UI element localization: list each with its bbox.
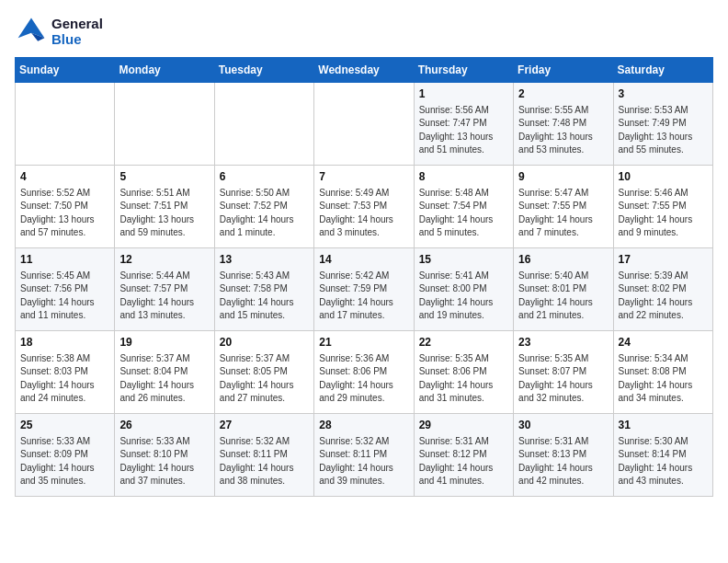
day-number: 13 [220,252,309,268]
page-header: General Blue [15,15,713,48]
calendar-cell: 31Sunrise: 5:30 AM Sunset: 8:14 PM Dayli… [613,414,712,497]
calendar-week-4: 18Sunrise: 5:38 AM Sunset: 8:03 PM Dayli… [16,331,713,414]
calendar-cell [314,83,414,166]
calendar-cell: 17Sunrise: 5:39 AM Sunset: 8:02 PM Dayli… [613,248,712,331]
calendar-cell: 28Sunrise: 5:32 AM Sunset: 8:11 PM Dayli… [314,414,414,497]
day-number: 14 [319,252,408,268]
calendar-cell: 30Sunrise: 5:31 AM Sunset: 8:13 PM Dayli… [514,414,613,497]
calendar-cell: 5Sunrise: 5:51 AM Sunset: 7:51 PM Daylig… [115,166,214,248]
day-number: 7 [319,169,408,185]
weekday-header-monday: Monday [115,58,214,83]
day-info: Sunrise: 5:52 AM Sunset: 7:50 PM Dayligh… [20,187,109,240]
day-number: 25 [20,418,109,433]
calendar-cell: 18Sunrise: 5:38 AM Sunset: 8:03 PM Dayli… [16,331,115,414]
day-info: Sunrise: 5:50 AM Sunset: 7:52 PM Dayligh… [220,187,309,240]
day-info: Sunrise: 5:30 AM Sunset: 8:14 PM Dayligh… [619,435,708,488]
day-number: 10 [619,169,708,185]
calendar-cell: 11Sunrise: 5:45 AM Sunset: 7:56 PM Dayli… [16,248,115,331]
day-number: 16 [518,252,608,268]
day-info: Sunrise: 5:45 AM Sunset: 7:56 PM Dayligh… [20,270,109,323]
calendar-cell: 23Sunrise: 5:35 AM Sunset: 8:07 PM Dayli… [514,331,613,414]
weekday-header-wednesday: Wednesday [314,58,414,83]
day-info: Sunrise: 5:44 AM Sunset: 7:57 PM Dayligh… [119,270,209,323]
calendar-cell: 4Sunrise: 5:52 AM Sunset: 7:50 PM Daylig… [16,166,115,248]
calendar-header-row: SundayMondayTuesdayWednesdayThursdayFrid… [16,58,713,83]
day-number: 31 [619,418,708,433]
day-info: Sunrise: 5:46 AM Sunset: 7:55 PM Dayligh… [619,187,708,240]
day-info: Sunrise: 5:35 AM Sunset: 8:07 PM Dayligh… [518,352,608,406]
day-info: Sunrise: 5:47 AM Sunset: 7:55 PM Dayligh… [518,187,608,240]
calendar-cell: 25Sunrise: 5:33 AM Sunset: 8:09 PM Dayli… [16,414,115,497]
calendar-cell: 1Sunrise: 5:56 AM Sunset: 7:47 PM Daylig… [414,83,513,166]
day-info: Sunrise: 5:53 AM Sunset: 7:49 PM Dayligh… [619,104,708,157]
day-number: 4 [20,169,109,185]
calendar-cell: 26Sunrise: 5:33 AM Sunset: 8:10 PM Dayli… [115,414,214,497]
calendar-cell: 3Sunrise: 5:53 AM Sunset: 7:49 PM Daylig… [613,83,712,166]
day-info: Sunrise: 5:38 AM Sunset: 8:03 PM Dayligh… [20,352,109,406]
day-number: 30 [518,418,608,433]
logo: General Blue [15,15,103,48]
calendar-cell [115,83,214,166]
day-info: Sunrise: 5:36 AM Sunset: 8:06 PM Dayligh… [319,352,408,406]
logo-text: General Blue [51,16,103,47]
day-number: 3 [619,86,708,102]
day-info: Sunrise: 5:39 AM Sunset: 8:02 PM Dayligh… [619,270,708,323]
day-number: 26 [119,418,209,433]
day-number: 12 [119,252,209,268]
day-number: 21 [319,335,408,350]
day-info: Sunrise: 5:34 AM Sunset: 8:08 PM Dayligh… [619,352,708,406]
calendar-cell: 15Sunrise: 5:41 AM Sunset: 8:00 PM Dayli… [414,248,513,331]
weekday-header-saturday: Saturday [613,58,712,83]
day-number: 6 [220,169,309,185]
day-number: 8 [419,169,508,185]
weekday-header-sunday: Sunday [16,58,115,83]
day-number: 20 [220,335,309,350]
day-info: Sunrise: 5:48 AM Sunset: 7:54 PM Dayligh… [419,187,508,240]
calendar-cell: 24Sunrise: 5:34 AM Sunset: 8:08 PM Dayli… [613,331,712,414]
calendar-cell [214,83,313,166]
calendar-cell: 19Sunrise: 5:37 AM Sunset: 8:04 PM Dayli… [115,331,214,414]
svg-marker-0 [18,18,45,39]
day-number: 11 [20,252,109,268]
day-info: Sunrise: 5:37 AM Sunset: 8:04 PM Dayligh… [119,352,209,406]
day-number: 9 [518,169,608,185]
day-number: 2 [518,86,608,102]
day-number: 18 [20,335,109,350]
day-info: Sunrise: 5:51 AM Sunset: 7:51 PM Dayligh… [119,187,209,240]
day-info: Sunrise: 5:43 AM Sunset: 7:58 PM Dayligh… [220,270,309,323]
day-number: 29 [419,418,508,433]
calendar-cell: 27Sunrise: 5:32 AM Sunset: 8:11 PM Dayli… [214,414,313,497]
calendar-cell: 9Sunrise: 5:47 AM Sunset: 7:55 PM Daylig… [514,166,613,248]
day-number: 1 [419,86,508,102]
day-info: Sunrise: 5:56 AM Sunset: 7:47 PM Dayligh… [419,104,508,157]
calendar-cell: 8Sunrise: 5:48 AM Sunset: 7:54 PM Daylig… [414,166,513,248]
calendar-cell: 14Sunrise: 5:42 AM Sunset: 7:59 PM Dayli… [314,248,414,331]
day-info: Sunrise: 5:55 AM Sunset: 7:48 PM Dayligh… [518,104,608,157]
weekday-header-thursday: Thursday [414,58,513,83]
day-info: Sunrise: 5:41 AM Sunset: 8:00 PM Dayligh… [419,270,508,323]
calendar-week-2: 4Sunrise: 5:52 AM Sunset: 7:50 PM Daylig… [16,166,713,248]
day-number: 5 [119,169,209,185]
calendar-cell [16,83,115,166]
day-info: Sunrise: 5:33 AM Sunset: 8:10 PM Dayligh… [119,435,209,488]
day-number: 19 [119,335,209,350]
day-info: Sunrise: 5:42 AM Sunset: 7:59 PM Dayligh… [319,270,408,323]
calendar-cell: 13Sunrise: 5:43 AM Sunset: 7:58 PM Dayli… [214,248,313,331]
day-number: 22 [419,335,508,350]
calendar-cell: 6Sunrise: 5:50 AM Sunset: 7:52 PM Daylig… [214,166,313,248]
calendar-cell: 2Sunrise: 5:55 AM Sunset: 7:48 PM Daylig… [514,83,613,166]
day-number: 24 [619,335,708,350]
calendar-cell: 21Sunrise: 5:36 AM Sunset: 8:06 PM Dayli… [314,331,414,414]
weekday-header-tuesday: Tuesday [214,58,313,83]
day-info: Sunrise: 5:40 AM Sunset: 8:01 PM Dayligh… [518,270,608,323]
calendar-cell: 20Sunrise: 5:37 AM Sunset: 8:05 PM Dayli… [214,331,313,414]
calendar-cell: 22Sunrise: 5:35 AM Sunset: 8:06 PM Dayli… [414,331,513,414]
day-info: Sunrise: 5:31 AM Sunset: 8:12 PM Dayligh… [419,435,508,488]
calendar-week-1: 1Sunrise: 5:56 AM Sunset: 7:47 PM Daylig… [16,83,713,166]
calendar-week-3: 11Sunrise: 5:45 AM Sunset: 7:56 PM Dayli… [16,248,713,331]
day-info: Sunrise: 5:49 AM Sunset: 7:53 PM Dayligh… [319,187,408,240]
day-number: 23 [518,335,608,350]
day-info: Sunrise: 5:35 AM Sunset: 8:06 PM Dayligh… [419,352,508,406]
logo-icon [15,15,48,48]
day-info: Sunrise: 5:33 AM Sunset: 8:09 PM Dayligh… [20,435,109,488]
